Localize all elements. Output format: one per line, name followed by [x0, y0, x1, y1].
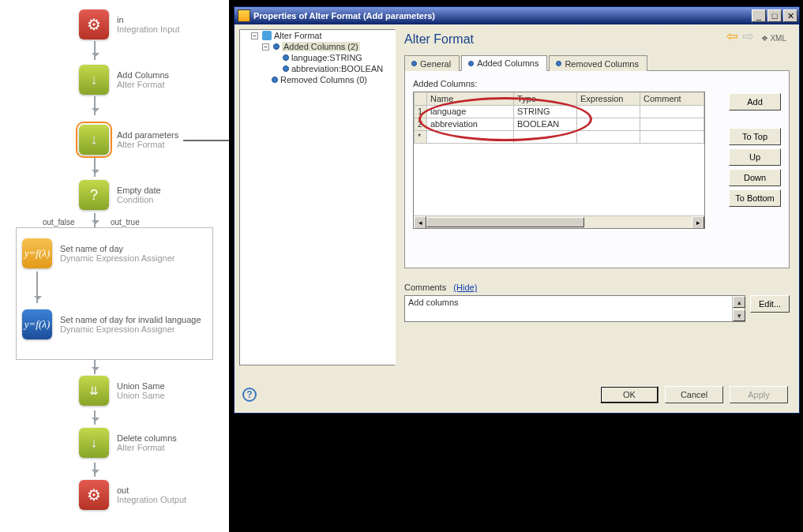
grid-label: Added Columns:: [413, 79, 781, 88]
down-button[interactable]: Down: [729, 169, 781, 186]
expression-assigner-icon: y=f(λ): [22, 238, 52, 268]
cell-rownum: 1: [415, 105, 427, 118]
grid-side-buttons: Add To Top Up Down To Bottom: [729, 93, 781, 207]
flow-node-delete-columns[interactable]: Delete columns Alter Format: [79, 428, 177, 458]
cell-comment[interactable]: [640, 118, 704, 130]
scroll-down-icon[interactable]: ▾: [733, 309, 745, 321]
tree-root[interactable]: − Alter Format: [251, 30, 395, 41]
column-header-expression[interactable]: Expression: [577, 92, 640, 105]
cell-type[interactable]: STRING: [514, 105, 577, 118]
column-header-type[interactable]: Type: [514, 92, 577, 105]
annotation-arrow: [183, 140, 229, 141]
edit-comments-button[interactable]: Edit...: [750, 295, 790, 313]
tab-label: General: [420, 59, 451, 69]
close-button[interactable]: ✕: [783, 9, 797, 22]
union-icon: ⇊: [79, 376, 109, 406]
node-title: Union Same: [117, 381, 165, 391]
comments-textarea[interactable]: Add columns ▴ ▾: [404, 295, 745, 322]
scroll-up-icon[interactable]: ▴: [733, 296, 745, 308]
tree-column-item[interactable]: language:STRING: [273, 52, 395, 63]
expression-assigner-icon: y=f(λ): [22, 309, 52, 339]
help-icon[interactable]: ?: [242, 388, 257, 402]
flow-canvas[interactable]: ⚙ in Integration Input Add Columns Alter…: [0, 0, 229, 532]
dialog-button-bar: OK Cancel Apply: [600, 386, 788, 403]
scroll-thumb[interactable]: [426, 217, 584, 227]
tree-added-columns[interactable]: − Added Columns (2): [262, 41, 395, 52]
panel-title: Alter Format: [404, 32, 474, 47]
tab-added-columns[interactable]: Added Columns: [461, 55, 547, 71]
bullet-icon: [411, 61, 417, 66]
comments-value: Add columns: [408, 298, 459, 307]
dialog-titlebar[interactable]: Properties of Alter Format (Add paramete…: [235, 7, 799, 24]
tab-page-added: Added Columns: Name Type Expression Comm…: [404, 71, 790, 268]
add-button[interactable]: Add: [729, 93, 781, 111]
bullet-icon: [468, 61, 474, 66]
tab-removed-columns[interactable]: Removed Columns: [549, 55, 647, 71]
xml-button[interactable]: ❖ XML: [758, 34, 790, 43]
node-subtitle: Dynamic Expression Assigner: [60, 253, 175, 263]
cell-name[interactable]: language: [427, 105, 514, 118]
bullet-icon: [273, 43, 280, 50]
tree-panel[interactable]: − Alter Format − Added Columns (2): [239, 29, 396, 365]
integration-input-icon: ⚙: [79, 9, 109, 39]
up-button[interactable]: Up: [729, 148, 781, 166]
node-subtitle: Alter Format: [117, 80, 169, 89]
minimize-button[interactable]: _: [752, 9, 766, 22]
flow-node-set-name-of-day-invalid[interactable]: y=f(λ) Set name of day for invalid langu…: [22, 309, 201, 339]
column-header-rownum[interactable]: [415, 92, 427, 105]
horizontal-scrollbar[interactable]: ◂ ▸: [414, 215, 704, 228]
nav-back-icon[interactable]: ⇦: [726, 32, 741, 43]
table-row[interactable]: 2 abbreviation BOOLEAN: [415, 118, 704, 130]
node-title: Empty date: [117, 185, 161, 195]
to-top-button[interactable]: To Top: [729, 128, 781, 145]
flow-node-empty-date[interactable]: ? Empty date Condition: [79, 180, 161, 210]
tree-label: language:STRING: [291, 53, 362, 62]
to-bottom-button[interactable]: To Bottom: [729, 189, 781, 207]
scroll-right-icon[interactable]: ▸: [692, 216, 704, 229]
collapse-icon[interactable]: −: [262, 43, 269, 51]
cell-name[interactable]: abbreviation: [427, 118, 514, 130]
scroll-left-icon[interactable]: ◂: [414, 216, 426, 229]
column-header-name[interactable]: Name: [427, 92, 514, 105]
node-subtitle: Alter Format: [117, 443, 177, 452]
flow-node-add-parameters[interactable]: Add parameters Alter Format: [79, 125, 178, 155]
table-row[interactable]: 1 language STRING: [415, 105, 704, 118]
tab-bar: General Added Columns Removed Columns: [404, 54, 790, 71]
flow-node-add-columns[interactable]: Add Columns Alter Format: [79, 65, 169, 95]
node-subtitle: Integration Output: [117, 495, 186, 504]
column-header-comment[interactable]: Comment: [640, 92, 704, 105]
bullet-icon: [283, 66, 289, 72]
flow-node-out[interactable]: ⚙ out Integration Output: [79, 480, 186, 510]
vertical-scrollbar[interactable]: ▴ ▾: [732, 296, 745, 321]
node-title: Set name of day: [60, 244, 175, 253]
comments-hide-link[interactable]: (Hide): [453, 283, 477, 292]
node-subtitle: Condition: [117, 195, 161, 204]
cell-type[interactable]: BOOLEAN: [514, 118, 577, 130]
cell-expression[interactable]: [577, 105, 640, 118]
table-row-empty[interactable]: *: [415, 130, 704, 143]
tree-removed-columns[interactable]: Removed Columns (0): [262, 74, 395, 85]
cell-expression[interactable]: [577, 118, 640, 130]
flow-node-union-same[interactable]: ⇊ Union Same Union Same: [79, 376, 165, 406]
added-columns-grid[interactable]: Name Type Expression Comment 1 language …: [413, 92, 705, 229]
cell-comment[interactable]: [640, 105, 704, 118]
flow-node-set-name-of-day[interactable]: y=f(λ) Set name of day Dynamic Expressio…: [22, 238, 175, 268]
tab-general[interactable]: General: [404, 55, 460, 71]
tree-label: abbreviation:BOOLEAN: [291, 64, 383, 73]
bullet-icon: [556, 61, 561, 66]
collapse-icon[interactable]: −: [251, 32, 258, 39]
xml-icon: ❖: [761, 34, 768, 43]
cell-rownum: *: [415, 130, 427, 143]
flow-node-in[interactable]: ⚙ in Integration Input: [79, 9, 180, 39]
cancel-button[interactable]: Cancel: [665, 386, 723, 403]
nav-forward-icon[interactable]: ⇨: [742, 32, 756, 43]
node-title: Add parameters: [117, 130, 178, 140]
bullet-icon: [272, 77, 278, 83]
tree-column-item[interactable]: abbreviation:BOOLEAN: [273, 63, 395, 74]
ok-button[interactable]: OK: [600, 386, 659, 403]
maximize-button[interactable]: □: [767, 9, 782, 22]
node-icon: [262, 31, 272, 40]
apply-button[interactable]: Apply: [730, 386, 788, 403]
cell-rownum: 2: [415, 118, 427, 130]
alter-format-icon: [79, 125, 109, 155]
